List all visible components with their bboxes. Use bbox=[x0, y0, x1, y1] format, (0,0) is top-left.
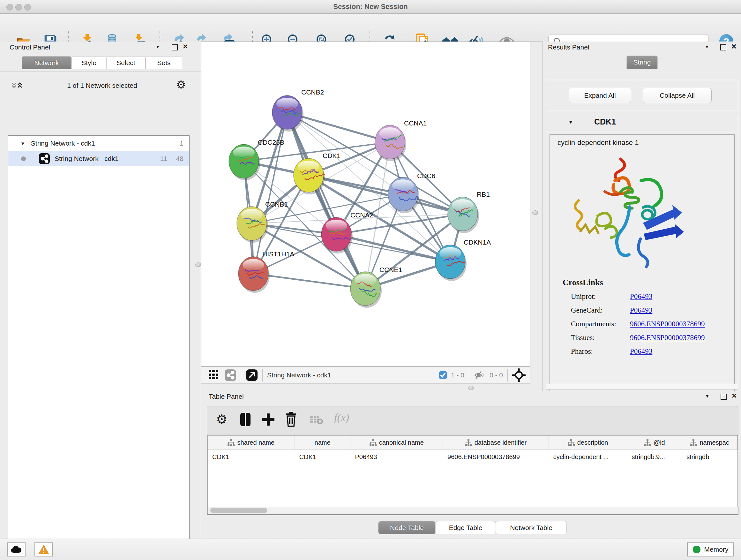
center-view-crosshair-icon[interactable] bbox=[512, 368, 526, 382]
cloud-button[interactable] bbox=[7, 543, 25, 557]
table-panel-maximize-icon[interactable] bbox=[721, 394, 727, 400]
right-splitter-handle[interactable] bbox=[532, 210, 538, 215]
crosslink-row: Tissues:9606.ENSP00000378699 bbox=[571, 334, 727, 342]
node-CDKN1A[interactable]: CDKN1A bbox=[435, 239, 491, 281]
selected-node-edge-counts: 1 - 0 bbox=[451, 371, 464, 379]
create-column-plus-icon[interactable] bbox=[262, 413, 275, 426]
node-CDC25B[interactable]: CDC25B bbox=[229, 138, 284, 180]
node-CDC6[interactable]: CDC6 bbox=[388, 172, 435, 213]
column-header-@id[interactable]: @id bbox=[627, 435, 682, 449]
tab-network[interactable]: Network bbox=[22, 56, 71, 69]
column-header-database-identifier[interactable]: database identifier bbox=[443, 435, 549, 449]
node-label-CDC25B: CDC25B bbox=[258, 138, 284, 146]
network-canvas[interactable]: CCNB2CCNA1CDC25BCDK1CDC6RB1CCNB1CCNA2CDK… bbox=[201, 42, 530, 367]
control-panel-title: Control Panel bbox=[10, 44, 50, 51]
edge-CCNB2-CCNE1[interactable] bbox=[287, 112, 365, 289]
status-bar: Memory bbox=[0, 539, 741, 560]
crosslink-link[interactable]: P06493 bbox=[630, 306, 652, 314]
network-collection-row[interactable]: ▼ String Network - cdk1 1 bbox=[8, 136, 189, 151]
tab-sets[interactable]: Sets bbox=[145, 56, 182, 69]
results-panel-float-icon[interactable]: ▾ bbox=[705, 44, 709, 50]
column-header-name[interactable]: name bbox=[295, 435, 351, 449]
tab-select[interactable]: Select bbox=[106, 56, 145, 69]
delete-column-trash-icon[interactable] bbox=[285, 412, 297, 427]
column-header-description[interactable]: description bbox=[549, 435, 627, 449]
control-panel-maximize-icon[interactable] bbox=[172, 44, 178, 51]
table-hscrollbar[interactable] bbox=[207, 507, 738, 514]
cloud-icon bbox=[10, 546, 22, 553]
results-hscrollbar[interactable] bbox=[546, 384, 738, 389]
table-cell[interactable]: P06493 bbox=[350, 450, 443, 464]
bottom-splitter-handle[interactable] bbox=[468, 386, 474, 390]
column-header-label: namespac bbox=[699, 439, 729, 446]
node-table: shared namenamecanonical namedatabase id… bbox=[207, 435, 738, 514]
birdseye-grid-icon[interactable] bbox=[208, 370, 219, 381]
table-cell[interactable]: 9606.ENSP00000378699 bbox=[443, 450, 549, 464]
node-RB1[interactable]: RB1 bbox=[448, 191, 490, 233]
tab-string[interactable]: String bbox=[626, 56, 658, 69]
window-title: Session: New Session bbox=[0, 3, 741, 11]
show-columns-icon[interactable] bbox=[240, 412, 251, 427]
control-panel-float-icon[interactable]: ▾ bbox=[156, 44, 159, 50]
left-splitter-handle[interactable] bbox=[195, 262, 201, 267]
table-settings-gear-icon[interactable]: ⚙ bbox=[216, 412, 227, 426]
crosslink-link[interactable]: 9606.ENSP00000378699 bbox=[630, 320, 705, 328]
collapse-all-chevron-icon[interactable] bbox=[11, 82, 22, 91]
crosslink-row: GeneCard:P06493 bbox=[571, 306, 727, 314]
column-header-label: description bbox=[577, 439, 608, 446]
results-panel-close-icon[interactable]: ✕ bbox=[731, 43, 737, 51]
crosslink-row: Uniprot:P06493 bbox=[571, 293, 727, 301]
table-cell[interactable]: CDK1 bbox=[208, 450, 295, 464]
control-panel-close-icon[interactable]: ✕ bbox=[183, 43, 188, 51]
gene-section-header[interactable]: ▼ CDK1 bbox=[546, 114, 738, 132]
tab-edge-table[interactable]: Edge Table bbox=[435, 521, 496, 534]
tab-network-table[interactable]: Network Table bbox=[495, 521, 567, 534]
table-cell[interactable]: CDK1 bbox=[295, 450, 351, 464]
column-header-shared-name[interactable]: shared name bbox=[208, 435, 295, 449]
gene-collapse-triangle-icon[interactable]: ▼ bbox=[568, 119, 574, 125]
network-current-dot-icon bbox=[21, 157, 26, 161]
node-CCNB1[interactable]: CCNB1 bbox=[237, 200, 288, 243]
network-row-selected[interactable]: String Network - cdk1 11 48 bbox=[8, 151, 189, 166]
gene-name: CDK1 bbox=[594, 117, 616, 126]
network-selection-status: 1 of 1 Network selected bbox=[42, 82, 163, 89]
tab-node-table[interactable]: Node Table bbox=[378, 521, 435, 534]
column-type-icon bbox=[465, 439, 472, 446]
edge-HIST1H1A-CCNE1[interactable] bbox=[253, 273, 365, 289]
network-options-gear-icon[interactable]: ⚙ bbox=[176, 79, 186, 90]
expand-all-button[interactable]: Expand All bbox=[569, 88, 631, 103]
results-panel-maximize-icon[interactable] bbox=[720, 44, 726, 51]
column-header-namespac[interactable]: namespac bbox=[682, 435, 738, 449]
table-cell[interactable]: stringdb bbox=[682, 450, 738, 464]
column-header-label: database identifier bbox=[475, 439, 527, 446]
collapse-all-button[interactable]: Collapse All bbox=[643, 88, 712, 103]
string-panel-toggle-icon[interactable] bbox=[224, 369, 237, 381]
table-panel-close-icon[interactable]: ✕ bbox=[731, 392, 737, 400]
crosslink-link[interactable]: 9606.ENSP00000378699 bbox=[630, 334, 705, 342]
crosslink-row: Compartments:9606.ENSP00000378699 bbox=[571, 320, 727, 328]
crosslink-label: Compartments: bbox=[571, 320, 630, 328]
tab-style[interactable]: Style bbox=[71, 56, 106, 69]
node-CCNA1[interactable]: CCNA1 bbox=[375, 119, 427, 161]
table-hscrollbar-thumb[interactable] bbox=[210, 508, 267, 513]
table-tabs: Node TableEdge TableNetwork Table bbox=[378, 521, 566, 535]
collection-expand-triangle-icon[interactable]: ▼ bbox=[20, 141, 25, 146]
table-cell[interactable]: stringdb:9... bbox=[627, 450, 682, 464]
open-in-browser-icon[interactable] bbox=[246, 369, 258, 381]
column-header-label: shared name bbox=[237, 439, 274, 446]
crosslink-link[interactable]: P06493 bbox=[630, 348, 652, 356]
node-HIST1H1A[interactable]: HIST1H1A bbox=[239, 250, 294, 293]
crosslink-link[interactable]: P06493 bbox=[630, 293, 652, 301]
delete-table-icon-disabled bbox=[310, 415, 323, 425]
memory-button[interactable]: Memory bbox=[687, 543, 734, 557]
selected-checkbox-icon[interactable] bbox=[439, 371, 447, 379]
node-CDK1[interactable]: CDK1 bbox=[293, 152, 340, 194]
node-CCNB2[interactable]: CCNB2 bbox=[272, 88, 324, 132]
column-header-canonical-name[interactable]: canonical name bbox=[350, 435, 443, 449]
table-panel-float-icon[interactable]: ▾ bbox=[706, 393, 709, 399]
node-label-CCNA2: CCNA2 bbox=[350, 211, 373, 219]
edge-CCNB2-HIST1H1A[interactable] bbox=[253, 112, 287, 273]
table-row[interactable]: CDK1CDK1P064939606.ENSP00000378699cyclin… bbox=[208, 450, 738, 464]
table-cell[interactable]: cyclin-dependent ... bbox=[549, 450, 627, 464]
warnings-button[interactable] bbox=[35, 543, 53, 557]
